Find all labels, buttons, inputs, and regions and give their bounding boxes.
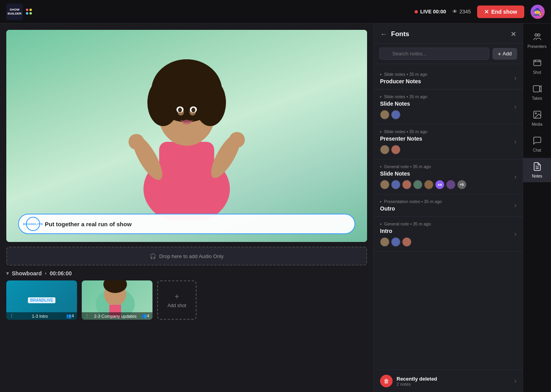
note-title-3: Presenter Notes [380,136,516,142]
svg-point-24 [538,34,540,36]
notes-panel: ← Fonts ✕ 🔍 + Add ▪ Slide notes • 35 m a… [373,24,523,392]
search-input[interactable] [379,48,489,60]
avatar-11 [446,180,455,189]
notes-label: Notes [532,174,542,178]
sidebar-item-shot[interactable]: Shot [523,54,551,79]
arrow-icon-4: › [514,173,516,180]
recently-deleted-item[interactable]: 🗑 Recently deleted 2 notes › [374,370,523,392]
lower-third-logo: BRANDLIVE [26,217,40,231]
plus-icon: + [174,292,179,301]
eye-icon: 👁 [452,9,457,15]
arrow-icon-5: › [514,202,516,209]
search-wrapper: 🔍 [379,48,489,60]
note-item-intro[interactable]: ▪ General note • 35 m ago Intro › [374,217,523,252]
note-meta-6: ▪ General note • 35 m ago [380,222,516,226]
shot-list: BRANDLIVE ⋮ 1-3 Intro 👥4 [6,280,367,320]
presenter-figure [112,44,261,220]
shot-item-1[interactable]: BRANDLIVE ⋮ 1-3 Intro 👥4 [6,280,77,320]
avatar-7 [402,180,411,189]
lower-third-caption: Put together a real run of show [45,221,132,227]
shot-label: Shot [533,70,541,75]
right-sidebar: Presenters Shot Takes [523,24,551,392]
avatar-10: AB [435,180,444,189]
add-note-button[interactable]: + Add [492,48,517,60]
back-button[interactable]: ← [380,30,387,38]
sidebar-item-notes[interactable]: Notes [523,158,551,182]
brandlive-logo-shot1: BRANDLIVE [28,297,55,303]
panel-title: Fonts [391,30,507,38]
end-show-button[interactable]: ✕ End show [477,5,524,18]
topbar-right: LIVE 00:00 👁 2345 ✕ End show 🧙 [415,5,545,19]
x-icon: ✕ [484,9,489,15]
presenter-svg [116,48,257,220]
shot-number-2: ⋮ [85,313,89,319]
chevron-icon: ▾ [6,271,9,276]
avatar-9 [424,180,433,189]
note-item-producer[interactable]: ▪ Slide notes • 35 m ago Producer Notes … [374,67,523,90]
avatar-12 [380,237,389,247]
note-meta-5: ▪ Presentation notes • 35 m ago [380,199,516,204]
presenters-label: Presenters [527,44,546,49]
slide-icon-3: ▪ [380,129,382,134]
notes-list: ▪ Slide notes • 35 m ago Producer Notes … [374,64,523,370]
avatar-13 [391,237,400,247]
avatar-8 [413,180,422,189]
recently-deleted-text: Recently deleted 2 notes [397,376,511,387]
video-preview: BRANDLIVE Put together a real run of sho… [6,30,367,242]
svg-rect-25 [534,60,541,66]
shot-participants-1: 👥4 [66,313,74,319]
topbar: SHOWBUILDER LIVE 00:00 👁 2345 ✕ End show [0,0,551,24]
lower-third: BRANDLIVE Put together a real run of sho… [18,214,355,234]
takes-icon [533,84,542,95]
user-avatar[interactable]: 🧙 [531,5,545,19]
add-shot-button[interactable]: + Add shot [157,280,197,320]
note-meta-2: ▪ Slide notes • 35 m ago [380,94,516,99]
svg-point-12 [178,108,182,112]
showboard-section: ▾ Showboard • 00:06:00 BRANDLIVE ⋮ 1-3 I… [6,270,367,320]
note-title-5: Outro [380,205,516,212]
arrow-icon-2: › [514,103,516,110]
close-button[interactable]: ✕ [511,30,516,38]
note-meta-4: ▪ General note • 35 m ago [380,164,516,169]
chat-icon [533,136,542,147]
logo-box: SHOWBUILDER [6,4,23,20]
recently-deleted-title: Recently deleted [397,376,511,382]
note-avatars-2 [380,110,516,119]
avatar-2 [391,110,400,119]
sidebar-item-chat[interactable]: Chat [523,132,551,156]
svg-point-17 [129,134,144,150]
sidebar-item-media[interactable]: Media [523,106,551,130]
svg-point-23 [535,34,537,36]
svg-point-13 [191,108,195,112]
slide-icon-2: ▪ [380,94,382,99]
panel-header: ← Fonts ✕ [374,24,523,44]
app-logo: SHOWBUILDER [6,4,32,20]
showboard-duration: 00:06:00 [50,270,72,277]
note-item-presenter[interactable]: ▪ Slide notes • 35 m ago Presenter Notes… [374,125,523,159]
svg-rect-1 [159,142,214,193]
svg-point-7 [159,59,214,99]
audio-drop-zone[interactable]: 🎧 Drop here to add Audio Only [6,247,367,266]
shot-name-2: 2-3 Company updates [94,314,136,319]
recently-deleted-arrow: › [514,377,516,385]
sidebar-item-presenters[interactable]: Presenters [523,28,551,53]
shot-participants-2: 👥4 [141,313,149,319]
shot-item-2[interactable]: ⋮ 2-3 Company updates 👥4 [82,280,152,320]
showboard-header: ▾ Showboard • 00:06:00 [6,270,367,277]
svg-point-14 [182,120,191,125]
arrow-icon-3: › [514,138,516,145]
showboard-label: Showboard [12,270,42,277]
avatar-1 [380,110,389,119]
avatar-count-badge: +5 [457,180,467,189]
svg-rect-28 [533,86,540,92]
note-avatars-4: AB +5 [380,180,516,189]
add-label: Add [503,51,512,57]
live-dot [415,10,418,13]
svg-point-31 [535,113,536,114]
note-item-slide[interactable]: ▪ Slide notes • 35 m ago Slide Notes › [374,90,523,125]
sidebar-item-takes[interactable]: Takes [523,80,551,104]
note-item-slide2[interactable]: ▪ General note • 35 m ago Slide Notes AB… [374,159,523,194]
media-icon [533,110,542,121]
note-item-outro[interactable]: ▪ Presentation notes • 35 m ago Outro › [374,194,523,217]
shot-icon [533,58,542,69]
